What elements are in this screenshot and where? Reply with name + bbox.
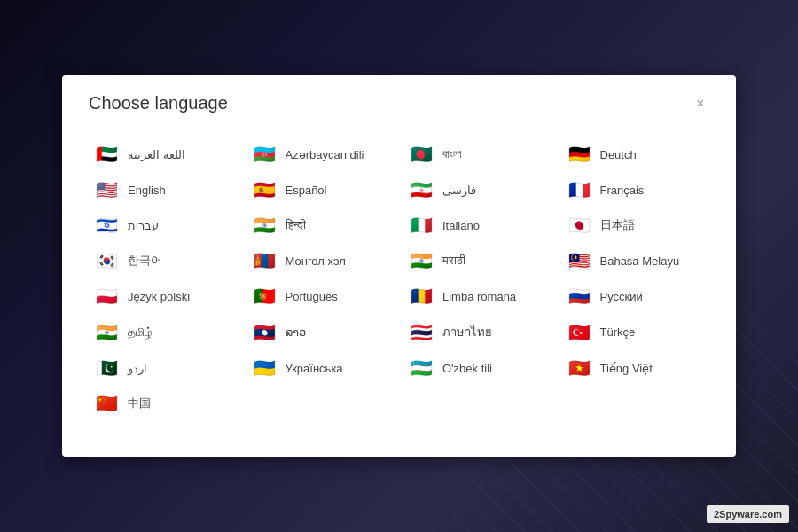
flag-ukrainian: 🇺🇦 — [254, 359, 278, 377]
language-grid: 🇦🇪اللغة العربية🇦🇿Azərbaycan dili🇧🇩বাংলা🇩… — [89, 140, 709, 418]
lang-name-ukrainian: Українська — [286, 362, 343, 375]
lang-item-italian[interactable]: 🇮🇹Italiano — [403, 211, 552, 239]
dialog-header: Choose language × — [89, 93, 709, 122]
lang-name-urdu: اردو — [128, 362, 147, 375]
lang-name-polish: Język polski — [128, 290, 190, 303]
flag-hindi: 🇮🇳 — [254, 216, 278, 234]
lang-item-russian[interactable]: 🇷🇺Русский — [561, 282, 710, 310]
lang-item-arabic[interactable]: 🇦🇪اللغة العربية — [89, 140, 238, 168]
lang-name-azerbaijani: Azərbaycan dili — [286, 148, 364, 161]
flag-tamil: 🇮🇳 — [96, 324, 121, 341]
flag-azerbaijani: 🇦🇿 — [254, 145, 278, 163]
lang-item-azerbaijani[interactable]: 🇦🇿Azərbaycan dili — [246, 140, 395, 168]
flag-korean: 🇰🇷 — [96, 252, 121, 270]
close-button[interactable]: × — [692, 95, 709, 113]
lang-item-japanese[interactable]: 🇯🇵日本語 — [561, 211, 710, 239]
flag-thai: 🇹🇭 — [411, 324, 435, 341]
lang-item-romanian[interactable]: 🇷🇴Limba română — [403, 282, 552, 310]
lang-name-tamil: தமிழ் — [128, 325, 153, 340]
flag-english: 🇺🇸 — [96, 181, 121, 199]
flag-spanish: 🇪🇸 — [254, 181, 278, 199]
flag-marathi: 🇮🇳 — [411, 252, 435, 270]
lang-item-mongolian[interactable]: 🇲🇳Монгол хэл — [246, 246, 395, 275]
lang-name-portuguese: Português — [286, 290, 338, 303]
lang-item-hindi[interactable]: 🇮🇳हिन्दी — [246, 211, 395, 239]
lang-item-polish[interactable]: 🇵🇱Język polski — [89, 282, 238, 310]
lang-name-mongolian: Монгол хэл — [286, 254, 346, 268]
flag-lao: 🇱🇦 — [254, 324, 278, 341]
lang-item-urdu[interactable]: 🇵🇰اردو — [89, 354, 238, 382]
lang-item-english[interactable]: 🇺🇸English — [89, 176, 238, 204]
lang-item-marathi[interactable]: 🇮🇳मराठी — [403, 246, 552, 275]
lang-name-italian: Italiano — [442, 219, 480, 232]
lang-name-arabic: اللغة العربية — [128, 148, 185, 161]
lang-item-persian[interactable]: 🇮🇷فارسی — [403, 176, 552, 204]
flag-persian: 🇮🇷 — [411, 181, 435, 199]
lang-item-thai[interactable]: 🇹🇭ภาษาไทย — [403, 317, 552, 347]
lang-item-portuguese[interactable]: 🇵🇹Português — [246, 282, 395, 310]
flag-polish: 🇵🇱 — [96, 287, 121, 305]
lang-item-chinese[interactable]: 🇨🇳中国 — [89, 389, 238, 418]
lang-item-french[interactable]: 🇫🇷Français — [561, 176, 710, 204]
flag-urdu: 🇵🇰 — [96, 359, 121, 377]
flag-hebrew: 🇮🇱 — [96, 216, 121, 234]
flag-french: 🇫🇷 — [568, 181, 593, 199]
lang-item-tamil[interactable]: 🇮🇳தமிழ் — [89, 317, 238, 347]
lang-item-bengali[interactable]: 🇧🇩বাংলা — [403, 140, 552, 168]
flag-russian: 🇷🇺 — [568, 287, 593, 305]
lang-name-romanian: Limba română — [442, 290, 516, 303]
flag-mongolian: 🇲🇳 — [254, 252, 278, 270]
flag-malay: 🇲🇾 — [568, 252, 593, 270]
lang-item-malay[interactable]: 🇲🇾Bahasa Melayu — [561, 246, 710, 275]
lang-name-thai: ภาษาไทย — [442, 323, 492, 341]
lang-name-uzbek: O'zbek tili — [442, 362, 492, 375]
lang-item-spanish[interactable]: 🇪🇸Español — [246, 176, 395, 204]
lang-name-german: Deutch — [600, 148, 637, 161]
lang-name-hindi: हिन्दी — [286, 218, 306, 232]
flag-german: 🇩🇪 — [568, 145, 593, 163]
lang-name-marathi: मराठी — [442, 254, 466, 268]
flag-turkish: 🇹🇷 — [568, 324, 593, 341]
flag-portuguese: 🇵🇹 — [254, 287, 278, 305]
lang-name-persian: فارسی — [442, 184, 476, 197]
flag-italian: 🇮🇹 — [411, 216, 435, 234]
language-dialog: Choose language × 🇦🇪اللغة العربية🇦🇿Azərb… — [62, 75, 736, 457]
dialog-title: Choose language — [89, 93, 228, 113]
lang-name-english: English — [128, 184, 166, 197]
lang-item-hebrew[interactable]: 🇮🇱עברית — [89, 211, 238, 239]
lang-name-vietnamese: Tiếng Việt — [600, 362, 653, 375]
lang-name-korean: 한국어 — [128, 253, 162, 269]
flag-arabic: 🇦🇪 — [96, 145, 121, 163]
flag-japanese: 🇯🇵 — [568, 216, 593, 234]
lang-name-russian: Русский — [600, 290, 643, 303]
lang-name-turkish: Türkçe — [600, 325, 636, 339]
lang-item-german[interactable]: 🇩🇪Deutch — [561, 140, 710, 168]
lang-item-uzbek[interactable]: 🇺🇿O'zbek tili — [403, 354, 552, 382]
flag-chinese: 🇨🇳 — [96, 395, 121, 412]
lang-name-french: Français — [600, 184, 645, 197]
flag-bengali: 🇧🇩 — [411, 145, 435, 163]
lang-name-spanish: Español — [286, 184, 327, 197]
lang-name-hebrew: עברית — [128, 219, 159, 232]
flag-uzbek: 🇺🇿 — [411, 359, 435, 377]
watermark: 2Spyware.com — [707, 505, 789, 523]
lang-name-chinese: 中国 — [128, 395, 151, 411]
lang-name-malay: Bahasa Melayu — [600, 254, 680, 268]
lang-item-vietnamese[interactable]: 🇻🇳Tiếng Việt — [561, 354, 710, 382]
lang-item-korean[interactable]: 🇰🇷한국어 — [89, 246, 238, 275]
lang-item-turkish[interactable]: 🇹🇷Türkçe — [561, 317, 710, 347]
flag-vietnamese: 🇻🇳 — [568, 359, 593, 377]
lang-item-lao[interactable]: 🇱🇦ລາວ — [246, 317, 395, 347]
lang-item-ukrainian[interactable]: 🇺🇦Українська — [246, 354, 395, 382]
flag-romanian: 🇷🇴 — [411, 287, 435, 305]
lang-name-japanese: 日本語 — [600, 217, 635, 233]
lang-name-bengali: বাংলা — [442, 147, 462, 161]
lang-name-lao: ລາວ — [286, 325, 306, 339]
